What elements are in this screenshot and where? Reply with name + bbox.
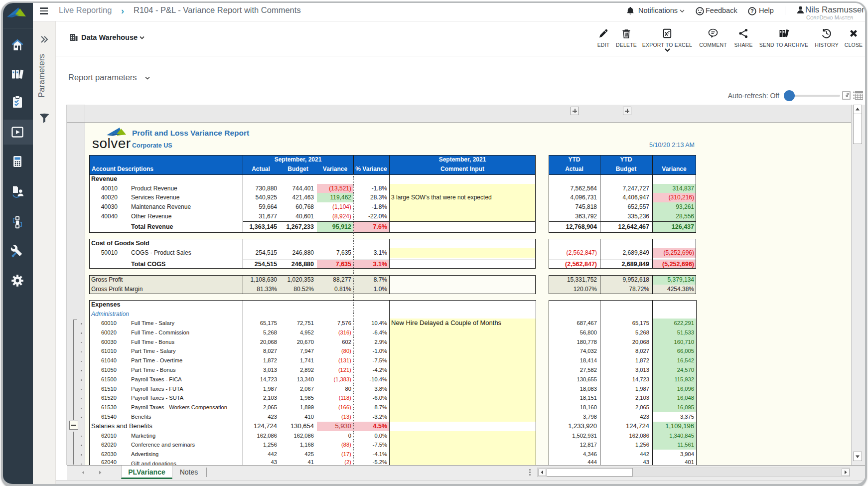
svg-text:?: ? — [750, 8, 753, 14]
